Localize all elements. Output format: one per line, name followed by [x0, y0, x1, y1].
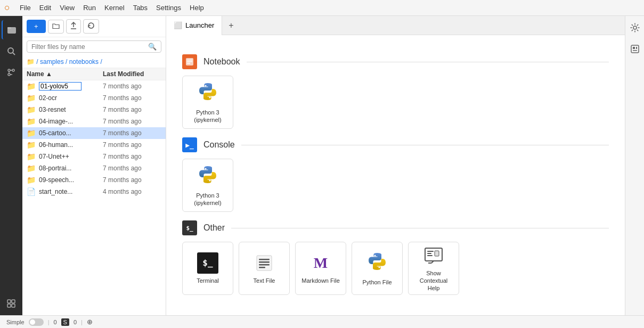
menu-kernel[interactable]: Kernel: [100, 2, 129, 14]
tab-launcher[interactable]: ⬜ Launcher: [166, 16, 222, 35]
text-file-card[interactable]: Text File: [239, 242, 290, 295]
python-file-card[interactable]: Python File: [352, 242, 403, 295]
app-logo: ○: [4, 2, 10, 13]
file-icon: 📄: [27, 187, 36, 196]
file-name-label: start_note...: [39, 188, 103, 195]
settings-icon: [630, 23, 640, 32]
contextual-icon-box: [423, 245, 444, 266]
settings-icon-button[interactable]: [627, 20, 642, 35]
python3-console-label: Python 3 (ipykernel): [187, 192, 229, 207]
new-button[interactable]: +: [27, 20, 46, 33]
svg-rect-20: [259, 259, 270, 260]
menu-run[interactable]: Run: [79, 2, 100, 14]
svg-rect-8: [12, 300, 15, 303]
file-table-header: Name ▲ Last Modified: [22, 68, 166, 80]
other-cards: $_ Terminal: [182, 242, 609, 295]
svg-point-2: [8, 48, 13, 53]
notebook-section-header: Notebook: [182, 54, 609, 69]
svg-rect-36: [633, 50, 637, 51]
python-icon: [197, 81, 218, 102]
contextual-help-card-label: Show Contextual Help: [413, 269, 454, 292]
file-date-label: 7 months ago: [103, 129, 161, 137]
notebook-icon: [185, 57, 194, 67]
notebook-cards: Python 3 (ipykernel): [182, 76, 609, 129]
menu-bar: ○ File Edit View Run Kernel Tabs Setting…: [0, 0, 644, 16]
col-name-header[interactable]: Name ▲: [27, 70, 103, 78]
file-row[interactable]: 📁02-ocr7 months ago: [22, 92, 166, 104]
file-row[interactable]: 📁04-image-...7 months ago: [22, 116, 166, 127]
menu-tabs[interactable]: Tabs: [129, 2, 152, 14]
menu-file[interactable]: File: [15, 2, 35, 14]
folder-icon: 📁: [27, 117, 36, 126]
file-name-label: [39, 82, 103, 91]
property-inspector-button[interactable]: [627, 42, 642, 56]
search-input[interactable]: [31, 43, 148, 51]
refresh-button[interactable]: [83, 19, 99, 34]
file-date-label: 7 months ago: [103, 165, 161, 172]
open-folder-button[interactable]: [48, 20, 64, 34]
svg-rect-26: [425, 248, 442, 261]
upload-button[interactable]: [66, 19, 81, 34]
svg-rect-27: [427, 251, 434, 252]
markdown-icon-box: M: [310, 252, 331, 274]
file-name-input[interactable]: [39, 82, 81, 91]
tab-bar: ⬜ Launcher +: [166, 16, 625, 35]
tab-add-button[interactable]: +: [222, 21, 240, 30]
svg-point-5: [12, 69, 14, 71]
terminal-card[interactable]: $_ Terminal: [182, 242, 233, 295]
other-section-header: $_ Other: [182, 220, 609, 235]
file-row[interactable]: 📁06-human...7 months ago: [22, 139, 166, 151]
file-row[interactable]: 📁07-Unet++7 months ago: [22, 151, 166, 162]
launcher-content: Notebook: [166, 35, 625, 315]
file-name-label: 02-ocr: [39, 94, 103, 102]
text-file-card-icon: [254, 252, 275, 274]
menu-edit[interactable]: Edit: [35, 2, 55, 14]
main-layout: + 🔍 📁 / samples /: [0, 16, 644, 315]
file-row[interactable]: 📁7 months ago: [22, 80, 166, 92]
menu-help[interactable]: Help: [185, 2, 208, 14]
svg-rect-13: [187, 61, 192, 62]
console-cards: Python 3 (ipykernel): [182, 159, 609, 212]
simple-toggle[interactable]: [29, 318, 44, 326]
file-row[interactable]: 📁09-speech...7 months ago: [22, 174, 166, 186]
file-date-label: 7 months ago: [103, 83, 161, 90]
file-search-bar[interactable]: 🔍: [27, 40, 161, 53]
markdown-file-card-label: Markdown File: [301, 277, 340, 284]
notebook-section-line: [247, 62, 609, 62]
contextual-help-card-icon: [423, 245, 444, 266]
svg-rect-12: [187, 60, 192, 61]
git-icon: [6, 68, 16, 77]
svg-point-33: [633, 26, 637, 29]
markdown-file-card-icon: M: [310, 252, 331, 274]
svg-point-15: [205, 85, 207, 86]
sidebar-item-files[interactable]: [2, 20, 21, 39]
sidebar-item-search[interactable]: [2, 42, 21, 61]
tab-launcher-label: Launcher: [185, 21, 214, 29]
file-row[interactable]: 📁03-resnet7 months ago: [22, 104, 166, 116]
python3-notebook-card[interactable]: Python 3 (ipykernel): [182, 76, 233, 129]
console-section-header: ▶_ Console: [182, 137, 609, 152]
svg-rect-21: [259, 261, 270, 263]
file-row[interactable]: 📁05-cartoo...7 months ago: [22, 127, 166, 139]
text-icon-box: [254, 252, 275, 274]
svg-rect-35: [633, 47, 635, 49]
svg-rect-30: [435, 251, 439, 256]
menu-view[interactable]: View: [55, 2, 79, 14]
content-area: ⬜ Launcher + Notebook: [166, 16, 625, 315]
menu-settings[interactable]: Settings: [152, 2, 185, 14]
sidebar-item-git[interactable]: [2, 63, 21, 82]
file-row[interactable]: 📁08-portrai...7 months ago: [22, 162, 166, 174]
markdown-file-card[interactable]: M Markdown File: [295, 242, 346, 295]
sidebar-item-extensions[interactable]: [2, 294, 21, 313]
folder-icon: [7, 25, 17, 35]
file-rows-container: 📁7 months ago📁02-ocr7 months ago📁03-resn…: [22, 80, 166, 198]
file-date-label: 4 months ago: [103, 188, 161, 195]
extension-icon: [6, 299, 16, 308]
file-date-label: 7 months ago: [103, 176, 161, 184]
contextual-help-card[interactable]: Show Contextual Help: [408, 242, 459, 295]
search-icon: [6, 46, 16, 56]
breadcrumb: 📁 / samples / notebooks /: [22, 56, 166, 68]
file-row[interactable]: 📄start_note...4 months ago: [22, 186, 166, 198]
folder-icon: 📁: [27, 94, 36, 102]
python3-console-card[interactable]: Python 3 (ipykernel): [182, 159, 233, 212]
